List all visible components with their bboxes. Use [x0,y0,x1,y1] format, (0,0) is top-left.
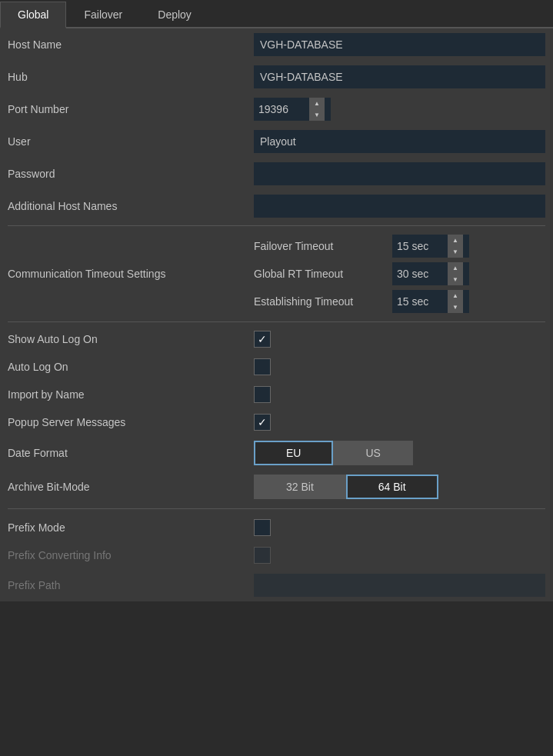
prefix-converting-info-checkbox[interactable]: ✓ [254,547,271,564]
host-name-label: Host Name [8,38,254,51]
auto-log-on-row: Auto Log On ✓ [0,353,553,381]
additional-host-names-row: Additional Host Names [0,190,553,222]
global-rt-timeout-row: Global RT Timeout ▲ ▼ [254,261,545,286]
date-format-label: Date Format [8,447,254,459]
timeout-section: Communication Timeout Settings Failover … [0,229,553,318]
archive-bit-mode-32-button[interactable]: 32 Bit [254,475,346,499]
show-auto-log-on-checkbox[interactable]: ✓ [254,331,271,348]
tab-deploy[interactable]: Deploy [140,2,209,28]
popup-server-messages-checkmark: ✓ [258,417,267,428]
additional-host-names-control [254,195,545,218]
global-rt-timeout-input[interactable] [392,262,448,285]
port-number-spinner-buttons: ▲ ▼ [309,98,325,121]
prefix-path-label: Prefix Path [8,579,254,591]
prefix-mode-row: Prefix Mode ✓ [0,514,553,541]
auto-log-on-control: ✓ [254,358,545,375]
password-control [254,162,545,185]
import-by-name-control: ✓ [254,386,545,403]
date-format-us-button[interactable]: US [333,441,412,465]
host-name-input[interactable] [254,33,545,56]
import-by-name-label: Import by Name [8,388,254,401]
date-format-row: Date Format EU US [0,436,553,470]
global-rt-timeout-down-button[interactable]: ▼ [448,274,463,285]
password-input[interactable] [254,162,545,185]
archive-bit-mode-64-button[interactable]: 64 Bit [346,475,438,499]
hub-control [254,65,545,88]
timeout-rows: Failover Timeout ▲ ▼ Global RT Timeout ▲ [254,232,545,315]
divider-3 [8,508,545,509]
establishing-timeout-down-button[interactable]: ▼ [448,301,463,313]
prefix-mode-checkbox[interactable]: ✓ [254,519,271,536]
prefix-converting-info-control: ✓ [254,547,545,564]
global-rt-timeout-up-button[interactable]: ▲ [448,262,463,274]
date-format-toggle-group: EU US [254,441,413,465]
popup-server-messages-control: ✓ [254,414,545,431]
password-label: Password [8,168,254,180]
additional-host-names-label: Additional Host Names [8,200,254,212]
hub-row: Hub [0,61,553,93]
hub-input[interactable] [254,65,545,88]
password-row: Password [0,158,553,190]
global-rt-timeout-spinner: ▲ ▼ [392,262,469,285]
auto-log-on-label: Auto Log On [8,361,254,373]
port-number-down-button[interactable]: ▼ [309,109,325,121]
hub-label: Hub [8,71,254,83]
establishing-timeout-spinner: ▲ ▼ [392,290,469,313]
show-auto-log-on-control: ✓ [254,331,545,348]
show-auto-log-on-row: Show Auto Log On ✓ [0,325,553,353]
port-number-up-button[interactable]: ▲ [309,98,325,109]
port-number-label: Port Number [8,103,254,115]
popup-server-messages-row: Popup Server Messages ✓ [0,408,553,436]
show-auto-log-on-label: Show Auto Log On [8,333,254,345]
establishing-timeout-row: Establishing Timeout ▲ ▼ [254,289,545,314]
failover-timeout-up-button[interactable]: ▲ [448,235,463,246]
popup-server-messages-label: Popup Server Messages [8,416,254,428]
prefix-converting-info-row: Prefix Converting Info ✓ [0,541,553,569]
tab-global[interactable]: Global [0,2,66,28]
establishing-timeout-up-button[interactable]: ▲ [448,290,463,301]
port-number-spinner: ▲ ▼ [254,98,331,121]
host-name-control [254,33,545,56]
import-by-name-row: Import by Name ✓ [0,381,553,408]
content-panel: Host Name Hub Port Number ▲ ▼ User [0,28,553,601]
prefix-mode-control: ✓ [254,519,545,536]
port-number-control: ▲ ▼ [254,98,545,121]
auto-log-on-checkbox[interactable]: ✓ [254,358,271,375]
prefix-path-row: Prefix Path [0,569,553,601]
global-rt-timeout-spinner-buttons: ▲ ▼ [448,262,463,285]
archive-bit-mode-label: Archive Bit-Mode [8,481,254,493]
failover-timeout-down-button[interactable]: ▼ [448,246,463,258]
show-auto-log-on-checkmark: ✓ [258,334,267,345]
user-row: User [0,125,553,158]
host-name-row: Host Name [0,28,553,61]
user-label: User [8,135,254,148]
establishing-timeout-input[interactable] [392,290,448,313]
failover-timeout-label: Failover Timeout [254,240,392,252]
tab-failover[interactable]: Failover [66,2,140,28]
failover-timeout-input[interactable] [392,235,448,258]
tab-bar: Global Failover Deploy [0,0,553,28]
user-control [254,130,545,153]
establishing-timeout-spinner-buttons: ▲ ▼ [448,290,463,313]
divider-1 [8,225,545,226]
user-input[interactable] [254,130,545,153]
additional-host-names-input[interactable] [254,195,545,218]
establishing-timeout-label: Establishing Timeout [254,295,392,308]
failover-timeout-spinner-buttons: ▲ ▼ [448,235,463,258]
global-rt-timeout-label: Global RT Timeout [254,268,392,280]
popup-server-messages-checkbox[interactable]: ✓ [254,414,271,431]
import-by-name-checkbox[interactable]: ✓ [254,386,271,403]
archive-bit-mode-row: Archive Bit-Mode 32 Bit 64 Bit [0,470,553,504]
prefix-path-input[interactable] [254,574,545,597]
prefix-path-control [254,574,545,597]
prefix-mode-label: Prefix Mode [8,521,254,534]
failover-timeout-spinner: ▲ ▼ [392,235,469,258]
port-number-input[interactable] [254,98,309,121]
date-format-control: EU US [254,441,545,465]
divider-2 [8,321,545,322]
archive-bit-mode-toggle-group: 32 Bit 64 Bit [254,475,438,499]
archive-bit-mode-control: 32 Bit 64 Bit [254,475,545,499]
date-format-eu-button[interactable]: EU [254,441,333,465]
failover-timeout-row: Failover Timeout ▲ ▼ [254,234,545,258]
prefix-converting-info-label: Prefix Converting Info [8,549,254,561]
